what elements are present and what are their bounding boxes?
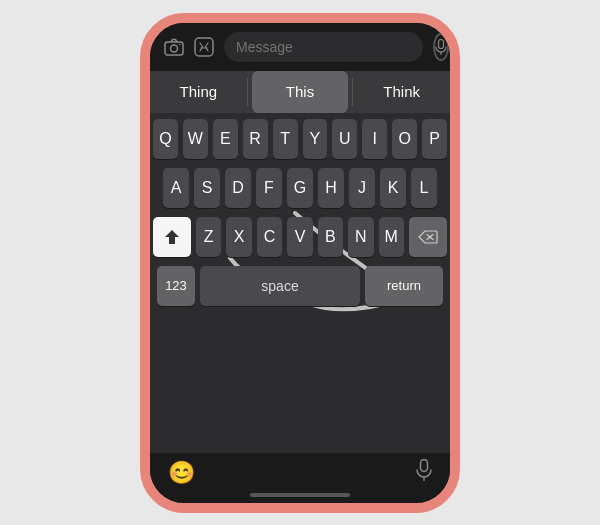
phone-frame: Thing This Think Q W E R T Y U I O P <box>140 13 460 513</box>
mic-button[interactable] <box>433 33 449 61</box>
keyboard-row-1: Q W E R T Y U I O P <box>153 119 447 159</box>
svg-rect-3 <box>195 38 213 56</box>
predictive-divider-left <box>247 78 248 106</box>
key-y[interactable]: Y <box>303 119 328 159</box>
key-k[interactable]: K <box>380 168 406 208</box>
camera-icon[interactable] <box>164 31 184 63</box>
keyboard-row-2: A S D F G H J K L <box>153 168 447 208</box>
svg-rect-4 <box>439 39 444 48</box>
predictive-thing[interactable]: Thing <box>150 71 247 113</box>
key-p[interactable]: P <box>422 119 447 159</box>
key-c[interactable]: C <box>257 217 282 257</box>
key-l[interactable]: L <box>411 168 437 208</box>
keyboard-row-4: 123 space return <box>153 266 447 306</box>
predictive-think[interactable]: Think <box>353 71 450 113</box>
key-q[interactable]: Q <box>153 119 178 159</box>
key-a[interactable]: A <box>163 168 189 208</box>
top-bar <box>150 23 450 71</box>
key-h[interactable]: H <box>318 168 344 208</box>
predictive-this[interactable]: This <box>252 71 349 113</box>
key-g[interactable]: G <box>287 168 313 208</box>
predictive-bar: Thing This Think <box>150 71 450 113</box>
key-z[interactable]: Z <box>196 217 221 257</box>
key-numbers[interactable]: 123 <box>157 266 195 306</box>
key-m[interactable]: M <box>379 217 404 257</box>
key-e[interactable]: E <box>213 119 238 159</box>
home-indicator <box>150 489 450 503</box>
svg-point-2 <box>179 43 181 45</box>
svg-point-1 <box>171 45 178 52</box>
key-delete[interactable] <box>409 217 447 257</box>
appstore-icon[interactable] <box>194 31 214 63</box>
key-space[interactable]: space <box>200 266 360 306</box>
key-shift[interactable] <box>153 217 191 257</box>
key-t[interactable]: T <box>273 119 298 159</box>
key-return[interactable]: return <box>365 266 443 306</box>
key-j[interactable]: J <box>349 168 375 208</box>
emoji-icon[interactable]: 😊 <box>168 460 195 486</box>
bottom-strip: 😊 <box>150 453 450 489</box>
key-b[interactable]: B <box>318 217 343 257</box>
key-i[interactable]: I <box>362 119 387 159</box>
keyboard-row-3: Z X C V B N M <box>153 217 447 257</box>
key-r[interactable]: R <box>243 119 268 159</box>
mic-bottom-icon[interactable] <box>416 459 432 487</box>
message-input[interactable] <box>224 32 423 62</box>
svg-rect-8 <box>421 459 428 471</box>
key-w[interactable]: W <box>183 119 208 159</box>
key-u[interactable]: U <box>332 119 357 159</box>
key-f[interactable]: F <box>256 168 282 208</box>
key-x[interactable]: X <box>226 217 251 257</box>
key-n[interactable]: N <box>348 217 373 257</box>
key-s[interactable]: S <box>194 168 220 208</box>
home-bar <box>250 493 350 497</box>
keyboard: Q W E R T Y U I O P A S D F G H J K L <box>150 113 450 453</box>
key-v[interactable]: V <box>287 217 312 257</box>
key-o[interactable]: O <box>392 119 417 159</box>
key-d[interactable]: D <box>225 168 251 208</box>
